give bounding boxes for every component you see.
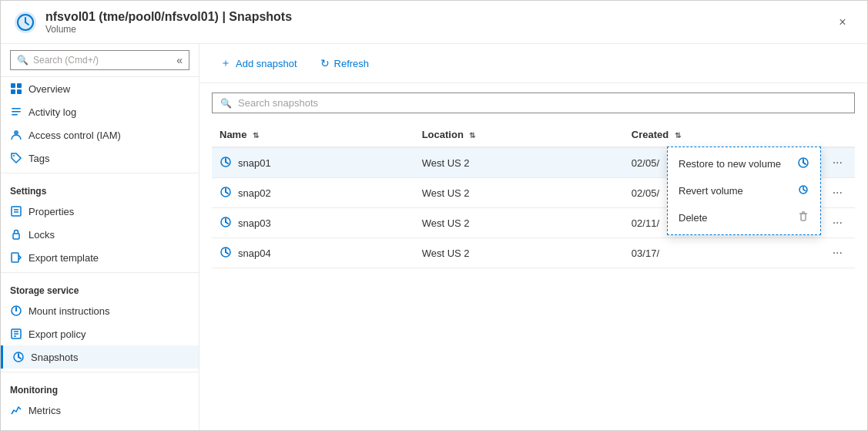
mount-icon: [10, 305, 22, 317]
svg-line-36: [226, 222, 228, 224]
sort-location-icon[interactable]: ⇅: [469, 131, 475, 140]
snapshots-search-input[interactable]: [238, 97, 846, 109]
add-icon: ＋: [220, 56, 231, 70]
overview-icon: [10, 82, 22, 95]
col-name: Name ⇅: [212, 123, 414, 147]
svg-rect-17: [12, 253, 18, 262]
sidebar-item-properties[interactable]: Properties: [1, 200, 199, 223]
svg-line-39: [226, 252, 228, 254]
cell-created: 03/17/: [624, 238, 820, 268]
snapshots-search-bar: 🔍: [212, 93, 855, 113]
search-icon: 🔍: [220, 98, 232, 109]
svg-rect-16: [13, 234, 19, 239]
sidebar-item-activity-log[interactable]: Activity log: [1, 100, 199, 123]
svg-line-42: [803, 163, 806, 164]
sidebar-item-export-template[interactable]: Export template: [1, 246, 199, 269]
cell-actions: ···: [820, 147, 855, 178]
iam-icon: [10, 129, 22, 141]
svg-rect-7: [17, 89, 22, 94]
sidebar-search-input[interactable]: [33, 55, 176, 66]
sidebar-item-overview[interactable]: Overview: [1, 77, 199, 100]
sidebar-item-label: Properties: [28, 206, 74, 217]
storage-section-label: Storage service: [1, 276, 199, 299]
main-layout: 🔍 « Overview Activity log: [1, 44, 867, 430]
activity-icon: [10, 106, 22, 118]
context-menu-delete[interactable]: Delete: [668, 204, 820, 231]
sidebar-item-label: Access control (IAM): [28, 130, 121, 141]
cell-location: West US 2: [414, 178, 624, 208]
svg-rect-4: [11, 83, 15, 88]
context-menu: Restore to new volume Revert volume Dele…: [667, 146, 821, 235]
title-bar: nfsvol01 (tme/pool0/nfsvol01) | Snapshot…: [1, 1, 867, 44]
svg-rect-10: [12, 114, 18, 116]
sidebar-item-metrics[interactable]: Metrics: [1, 399, 199, 422]
collapse-icon[interactable]: «: [176, 54, 183, 66]
add-snapshot-label: Add snapshot: [236, 58, 297, 69]
cell-location: West US 2: [414, 208, 624, 238]
svg-rect-5: [17, 83, 22, 88]
row-more-button[interactable]: ···: [828, 244, 847, 261]
locks-icon: [10, 228, 22, 241]
col-location: Location ⇅: [414, 123, 624, 147]
sidebar-item-export-policy[interactable]: Export policy: [1, 322, 199, 345]
settings-divider: [1, 173, 199, 173]
close-button[interactable]: ×: [830, 10, 855, 35]
page-subtitle: Volume: [45, 24, 292, 35]
svg-line-27: [18, 357, 21, 359]
sidebar-item-label: Locks: [28, 229, 55, 241]
window-icon: [13, 10, 38, 35]
refresh-label: Refresh: [334, 58, 370, 69]
refresh-button[interactable]: ↻ Refresh: [312, 52, 378, 74]
cell-name: snap02: [212, 178, 414, 208]
row-more-button[interactable]: ···: [828, 214, 847, 231]
sort-name-icon[interactable]: ⇅: [253, 131, 259, 140]
toolbar: ＋ Add snapshot ↻ Refresh: [199, 44, 867, 83]
sort-created-icon[interactable]: ⇅: [675, 131, 681, 140]
sidebar-item-label: Metrics: [28, 405, 61, 416]
context-menu-revert[interactable]: Revert volume: [668, 177, 820, 204]
svg-rect-44: [801, 214, 806, 221]
svg-line-33: [226, 192, 228, 194]
revert-icon: [797, 184, 809, 198]
snapshot-row-icon: [220, 186, 232, 200]
sidebar-item-snapshots[interactable]: Snapshots: [1, 345, 199, 369]
svg-point-12: [13, 155, 15, 157]
sidebar-item-label: Snapshots: [31, 352, 78, 363]
svg-point-20: [15, 310, 17, 311]
table-row[interactable]: snap04 West US 2 03/17/ ···: [212, 238, 855, 268]
svg-rect-13: [12, 207, 21, 216]
snapshot-row-icon: [220, 216, 232, 231]
svg-rect-8: [12, 108, 21, 109]
monitoring-divider: [1, 372, 199, 372]
svg-rect-6: [11, 89, 15, 94]
sidebar-item-tags[interactable]: Tags: [1, 146, 199, 170]
restore-label: Restore to new volume: [679, 158, 781, 170]
table-header-row: Name ⇅ Location ⇅ Created ⇅: [212, 123, 855, 147]
sidebar-item-access-control[interactable]: Access control (IAM): [1, 123, 199, 146]
row-more-button[interactable]: ···: [828, 184, 847, 201]
cell-actions: ···: [820, 208, 855, 238]
svg-line-30: [226, 162, 228, 163]
sidebar-item-label: Tags: [28, 153, 49, 164]
snapshot-row-icon: [220, 246, 232, 261]
refresh-icon: ↻: [320, 57, 330, 69]
sidebar-item-mount-instructions[interactable]: Mount instructions: [1, 299, 199, 322]
restore-icon: [797, 157, 809, 171]
sidebar-item-locks[interactable]: Locks: [1, 223, 199, 246]
cell-name: snap01: [212, 147, 414, 178]
settings-section-label: Settings: [1, 177, 199, 200]
main-window: nfsvol01 (tme/pool0/nfsvol01) | Snapshot…: [0, 0, 868, 431]
context-menu-restore[interactable]: Restore to new volume: [668, 150, 820, 177]
snapshot-row-icon: [220, 156, 232, 170]
svg-rect-9: [12, 111, 21, 113]
row-more-button[interactable]: ···: [828, 154, 847, 171]
cell-location: West US 2: [414, 238, 624, 268]
sidebar-item-label: Export policy: [28, 328, 85, 340]
cell-actions: ···: [820, 238, 855, 268]
delete-label: Delete: [679, 212, 708, 224]
col-actions: [820, 123, 855, 147]
sidebar-search-container: 🔍 «: [1, 44, 199, 77]
table-area: 🔍 Name ⇅ Location ⇅: [199, 83, 867, 430]
add-snapshot-button[interactable]: ＋ Add snapshot: [212, 52, 306, 75]
metrics-icon: [10, 404, 22, 416]
